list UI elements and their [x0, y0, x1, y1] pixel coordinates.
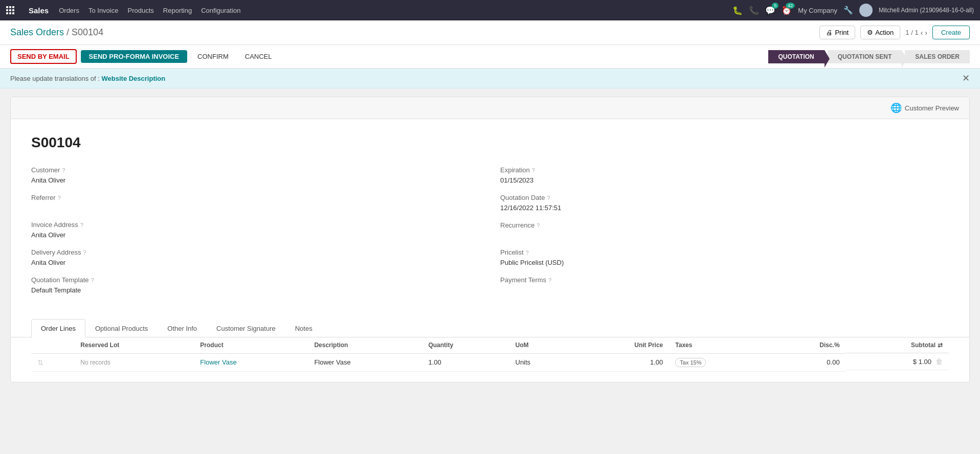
action-button[interactable]: ⚙ Action [860, 26, 900, 39]
breadcrumb: Sales Orders / S00104 [10, 27, 103, 38]
chat-icon[interactable]: 💬 5 [765, 6, 775, 15]
delivery-address-value[interactable]: Anita Oliver [31, 257, 480, 268]
send-pro-forma-button[interactable]: SEND PRO-FORMA INVOICE [81, 50, 187, 63]
customer-help-icon[interactable]: ? [62, 167, 65, 173]
tab-order-lines[interactable]: Order Lines [31, 319, 85, 337]
referrer-label: Referrer [31, 194, 56, 201]
user-name: Mitchell Admin (21909648-16-0-all) [879, 7, 974, 14]
customer-value[interactable]: Anita Oliver [31, 175, 480, 186]
pager-next[interactable]: › [925, 29, 927, 37]
subtotal-value: $ 1.00 [913, 358, 931, 366]
document-body: S00104 Customer ? Anita Oliver Referrer [11, 119, 969, 319]
col-uom: UoM [509, 337, 574, 353]
delivery-address-help-icon[interactable]: ? [83, 249, 86, 256]
field-delivery-address: Delivery Address ? Anita Oliver [31, 248, 480, 268]
row-taxes[interactable]: Tax 15% [669, 353, 770, 371]
document-card: 🌐 Customer Preview S00104 Customer ? Ani… [10, 97, 970, 382]
nav-orders[interactable]: Orders [59, 7, 79, 14]
preview-bar: 🌐 Customer Preview [11, 97, 969, 119]
page-header-actions: 🖨 Print ⚙ Action 1 / 1 ‹ › Create [819, 26, 970, 39]
tab-notes[interactable]: Notes [285, 319, 322, 337]
field-quotation-date: Quotation Date ? 12/16/2022 11:57:51 [500, 194, 949, 213]
breadcrumb-parent[interactable]: Sales Orders [10, 27, 64, 37]
status-quotation[interactable]: QUOTATION [768, 50, 825, 63]
recurrence-value[interactable] [500, 230, 949, 240]
alert-close-button[interactable]: ✕ [962, 73, 970, 84]
field-pricelist: Pricelist ? Public Pricelist (USD) [500, 248, 949, 268]
invoice-address-help-icon[interactable]: ? [80, 222, 83, 228]
nav-products[interactable]: Products [127, 7, 153, 14]
order-lines-table: Reserved Lot Product Description Quantit… [31, 337, 949, 372]
top-navigation: Sales Orders To Invoice Products Reporti… [0, 0, 980, 20]
referrer-value[interactable] [31, 202, 480, 213]
field-recurrence: Recurrence ? [500, 221, 949, 240]
expiration-help-icon[interactable]: ? [532, 167, 535, 173]
quotation-date-help-icon[interactable]: ? [547, 195, 550, 201]
settings-icon[interactable]: 🔧 [843, 6, 853, 15]
activity-icon[interactable]: ⏰ 42 [782, 6, 792, 15]
cancel-button[interactable]: CANCEL [239, 50, 278, 63]
table-header-row: Reserved Lot Product Description Quantit… [31, 337, 949, 353]
fields-right: Expiration ? 01/15/2023 Quotation Date ?… [500, 166, 949, 304]
customer-preview-button[interactable]: 🌐 Customer Preview [890, 102, 959, 114]
delete-row-icon[interactable]: 🗑 [936, 357, 943, 366]
row-quantity[interactable]: 1.00 [422, 353, 509, 371]
globe-icon: 🌐 [890, 102, 902, 114]
delivery-address-label: Delivery Address [31, 248, 81, 256]
document-number: S00104 [31, 134, 949, 151]
tabs-bar: Order Lines Optional Products Other Info… [11, 319, 969, 337]
reorder-icon: ⇅ [37, 358, 43, 367]
status-sales-order[interactable]: SALES ORDER [905, 50, 970, 63]
print-button[interactable]: 🖨 Print [819, 26, 855, 39]
app-grid-menu[interactable] [6, 6, 14, 14]
invoice-address-value[interactable]: Anita Oliver [31, 230, 480, 240]
row-product[interactable]: Flower Vase [194, 353, 308, 371]
tab-other-info[interactable]: Other Info [158, 319, 207, 337]
row-subtotal: $ 1.00 🗑 [846, 353, 949, 370]
bug-icon[interactable]: 🐛 [732, 6, 743, 15]
recurrence-help-icon[interactable]: ? [537, 222, 540, 229]
pricelist-label: Pricelist [500, 248, 524, 256]
nav-to-invoice[interactable]: To Invoice [88, 7, 119, 14]
quotation-template-help-icon[interactable]: ? [91, 277, 94, 283]
alert-link[interactable]: Website Description [102, 75, 166, 82]
row-disc[interactable]: 0.00 [770, 353, 845, 371]
row-description[interactable]: Flower Vase [308, 353, 422, 371]
row-uom[interactable]: Units [509, 353, 574, 371]
pricelist-value[interactable]: Public Pricelist (USD) [500, 257, 949, 268]
quotation-template-value[interactable]: Default Template [31, 285, 480, 296]
quotation-date-value[interactable]: 12/16/2022 11:57:51 [500, 202, 949, 213]
table-row: ⇅ No records Flower Vase Flower Vase 1.0… [31, 353, 949, 371]
payment-terms-label: Payment Terms [500, 276, 546, 284]
phone-icon[interactable]: 📞 [749, 6, 759, 15]
field-customer: Customer ? Anita Oliver [31, 166, 480, 186]
payment-terms-value[interactable] [500, 285, 949, 295]
send-email-button[interactable]: SEND BY EMAIL [10, 49, 77, 64]
customer-label: Customer [31, 166, 60, 174]
pager-prev[interactable]: ‹ [921, 29, 923, 37]
referrer-help-icon[interactable]: ? [58, 195, 61, 201]
alert-banner: Please update translations of : Website … [0, 69, 980, 88]
expiration-value[interactable]: 01/15/2023 [500, 175, 949, 186]
tab-customer-signature[interactable]: Customer Signature [207, 319, 285, 337]
row-unit-price[interactable]: 1.00 [573, 353, 669, 371]
nav-reporting[interactable]: Reporting [163, 7, 192, 14]
create-button[interactable]: Create [932, 26, 970, 39]
app-name: Sales [29, 6, 49, 15]
invoice-address-label: Invoice Address [31, 221, 78, 229]
quotation-template-label: Quotation Template [31, 276, 89, 284]
payment-terms-help-icon[interactable]: ? [548, 277, 551, 283]
col-subtotal-sort-icon[interactable]: ⇄ [938, 342, 943, 349]
user-avatar [859, 4, 873, 17]
preview-label: Customer Preview [905, 104, 959, 112]
field-referrer: Referrer ? [31, 194, 480, 213]
field-invoice-address: Invoice Address ? Anita Oliver [31, 221, 480, 240]
pricelist-help-icon[interactable]: ? [526, 249, 529, 256]
col-description: Description [308, 337, 422, 353]
nav-configuration[interactable]: Configuration [201, 7, 240, 14]
expiration-label: Expiration [500, 166, 530, 174]
tab-optional-products[interactable]: Optional Products [85, 319, 158, 337]
confirm-button[interactable]: CONFIRM [191, 50, 235, 63]
breadcrumb-current: S00104 [72, 27, 103, 37]
status-quotation-sent[interactable]: QUOTATION SENT [828, 50, 902, 63]
